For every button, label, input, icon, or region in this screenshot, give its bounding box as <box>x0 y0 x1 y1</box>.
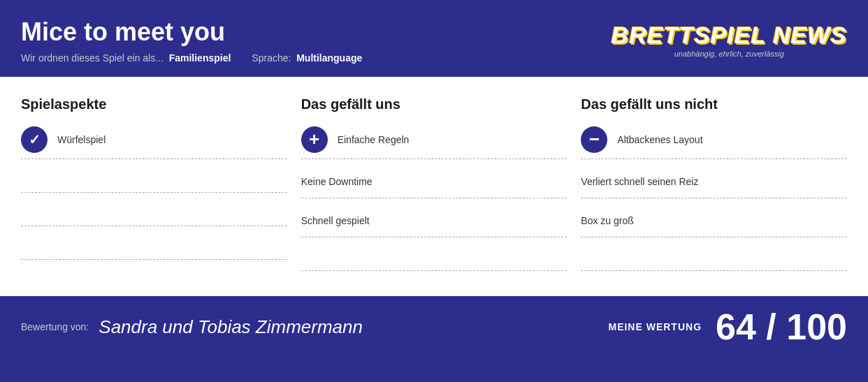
language-label: Sprache: <box>252 52 291 64</box>
column-pros: Das gefällt uns Einfache Regeln Keine Do… <box>301 96 581 282</box>
header: Mice to meet you Wir ordnen dieses Spiel… <box>0 0 868 77</box>
column-cons: Das gefällt uns nicht Altbackenes Layout… <box>581 96 847 282</box>
item-text: Schnell gespielt <box>301 215 370 226</box>
list-item <box>21 237 287 260</box>
col3-header: Das gefällt uns nicht <box>581 96 847 112</box>
list-item: Schnell gespielt <box>301 210 567 237</box>
minus-icon <box>581 126 607 153</box>
bewertung-name: Sandra und Tobias Zimmermann <box>99 316 363 338</box>
plus-icon <box>301 126 328 153</box>
brand-logo: BRETTSPIEL NEWS unabhängig, ehrlich, zuv… <box>612 23 847 58</box>
list-item: Verliert schnell seinen Reiz <box>581 170 847 198</box>
language-value: Multilanguage <box>296 52 362 64</box>
header-meta: Wir ordnen dieses Spiel ein als... Famil… <box>21 52 362 64</box>
item-text: Altbackenes Layout <box>617 134 702 145</box>
list-item: Keine Downtime <box>301 170 567 198</box>
list-item <box>21 204 287 226</box>
col2-header: Das gefällt uns <box>301 96 567 112</box>
item-text: Box zu groß <box>581 215 633 226</box>
item-text: Verliert schnell seinen Reiz <box>581 176 698 187</box>
bewertung-label: Bewertung von: <box>21 321 89 332</box>
column-spielaspekte: Spielaspekte Würfelspiel <box>21 96 301 282</box>
item-text: Einfache Regeln <box>338 134 410 145</box>
list-item: Einfache Regeln <box>301 126 567 159</box>
item-text: Würfelspiel <box>57 134 106 145</box>
main-content: Spielaspekte Würfelspiel Das gefällt uns… <box>0 77 868 296</box>
brand-tagline: unabhängig, ehrlich, zuverlässig <box>674 50 784 58</box>
list-item <box>301 249 567 271</box>
rating-value: 64 / 100 <box>716 309 847 345</box>
item-text: Keine Downtime <box>301 176 372 187</box>
list-item: Altbackenes Layout <box>581 126 847 159</box>
rating-section: MEINE WERTUNG 64 / 100 <box>608 309 847 345</box>
list-item: Box zu groß <box>581 210 847 237</box>
category-meta: Wir ordnen dieses Spiel ein als... Famil… <box>21 52 231 64</box>
list-item <box>581 249 847 271</box>
language-meta: Sprache: Multilanguage <box>252 52 362 64</box>
list-item <box>21 170 287 193</box>
bewertung-section: Bewertung von: Sandra und Tobias Zimmerm… <box>21 316 363 338</box>
header-left: Mice to meet you Wir ordnen dieses Spiel… <box>21 17 362 64</box>
list-item: Würfelspiel <box>21 126 287 159</box>
col1-header: Spielaspekte <box>21 96 287 112</box>
category-value: Familienspiel <box>169 52 231 64</box>
brand-name: BRETTSPIEL NEWS <box>612 23 847 47</box>
game-title: Mice to meet you <box>21 17 362 47</box>
category-label: Wir ordnen dieses Spiel ein als... <box>21 52 164 64</box>
rating-label: MEINE WERTUNG <box>608 321 702 332</box>
check-icon <box>21 126 48 153</box>
footer: Bewertung von: Sandra und Tobias Zimmerm… <box>0 296 868 358</box>
